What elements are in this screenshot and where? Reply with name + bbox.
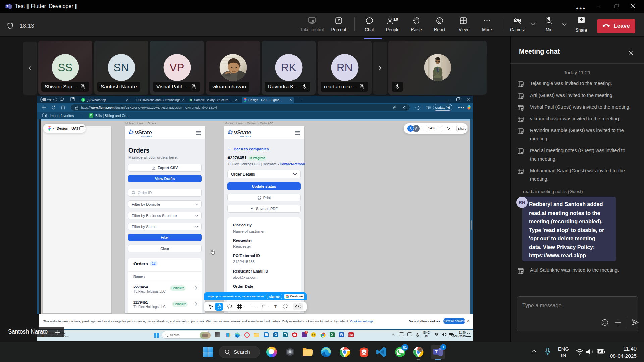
- svg-text:T: T: [6, 5, 8, 8]
- svg-text:vState: vState: [234, 129, 251, 136]
- svg-text:FILINGS: FILINGS: [240, 135, 251, 137]
- svg-text:!: !: [449, 107, 449, 109]
- svg-text:10: 10: [393, 17, 398, 22]
- svg-text:T: T: [435, 349, 438, 354]
- svg-text:vState: vState: [135, 129, 152, 136]
- svg-text:FILINGS: FILINGS: [141, 135, 152, 137]
